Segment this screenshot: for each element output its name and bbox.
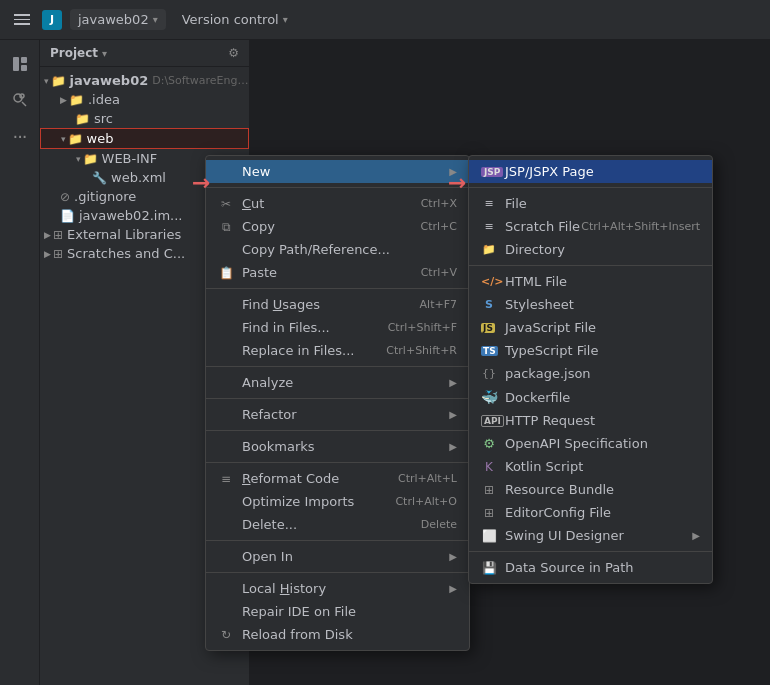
menu-label-delete: Delete...: [242, 517, 297, 532]
menu-item-open-in[interactable]: Open In ▶: [206, 545, 469, 568]
title-bar: J javaweb02 ▾ Version control ▾: [0, 0, 770, 40]
panel-header: Project ▾ ⚙: [40, 40, 249, 67]
tree-item-src[interactable]: ▶ 📁 src: [40, 109, 249, 128]
version-control-label: Version control: [182, 12, 279, 27]
sub-sep-3: [469, 551, 712, 552]
copy-icon: ⧉: [218, 220, 234, 234]
find-usages-shortcut: Alt+F7: [420, 298, 457, 311]
menu-item-new[interactable]: New ▶: [206, 160, 469, 183]
sub-menu-label-dockerfile: Dockerfile: [505, 390, 570, 405]
menu-label-repair-ide: Repair IDE on File: [242, 604, 356, 619]
icon-bar: ···: [0, 40, 40, 685]
sub-menu-item-file[interactable]: ≡ File: [469, 192, 712, 215]
sub-menu-item-html[interactable]: </> HTML File: [469, 270, 712, 293]
sub-menu-item-kotlin[interactable]: K Kotlin Script: [469, 455, 712, 478]
version-control-selector[interactable]: Version control ▾: [174, 9, 296, 30]
svg-rect-1: [21, 57, 27, 63]
sub-menu-item-package-json[interactable]: {} package.json: [469, 362, 712, 385]
scratch-icon: ≡: [481, 220, 497, 233]
menu-item-copy[interactable]: ⧉ Copy Ctrl+C: [206, 215, 469, 238]
sub-context-menu: JSP JSP/JSPX Page ≡ File ≡ Scratch File …: [468, 155, 713, 584]
sep-1: [206, 187, 469, 188]
sub-menu-label-package-json: package.json: [505, 366, 591, 381]
menu-label-paste: Paste: [242, 265, 277, 280]
menu-item-bookmarks[interactable]: Bookmarks ▶: [206, 435, 469, 458]
sub-menu-item-resource-bundle[interactable]: ⊞ Resource Bundle: [469, 478, 712, 501]
sub-menu-item-dockerfile[interactable]: 🐳 Dockerfile: [469, 385, 712, 409]
menu-label-find-usages: Find Usages: [242, 297, 320, 312]
sep-5: [206, 430, 469, 431]
dockerfile-icon: 🐳: [481, 389, 497, 405]
swing-icon: ⬜: [481, 529, 497, 543]
menu-item-refactor[interactable]: Refactor ▶: [206, 403, 469, 426]
sub-menu-item-openapi[interactable]: ⚙ OpenAPI Specification: [469, 432, 712, 455]
hamburger-menu[interactable]: [10, 10, 34, 29]
http-request-icon: API: [481, 414, 497, 427]
refactor-arrow: ▶: [449, 409, 457, 420]
sub-menu-label-swing: Swing UI Designer: [505, 528, 624, 543]
panel-title: Project: [50, 46, 98, 60]
menu-item-analyze[interactable]: Analyze ▶: [206, 371, 469, 394]
sub-menu-label-file: File: [505, 196, 527, 211]
delete-shortcut: Delete: [421, 518, 457, 531]
reformat-shortcut: Ctrl+Alt+L: [398, 472, 457, 485]
copy-shortcut: Ctrl+C: [421, 220, 457, 233]
project-name: javaweb02: [78, 12, 149, 27]
menu-item-delete[interactable]: Delete... Delete: [206, 513, 469, 536]
panel-gear-icon[interactable]: ⚙: [228, 46, 239, 60]
project-icon: J: [42, 10, 62, 30]
menu-label-replace-files: Replace in Files...: [242, 343, 354, 358]
datasource-icon: 💾: [481, 561, 497, 575]
sub-menu-item-directory[interactable]: 📁 Directory: [469, 238, 712, 261]
menu-item-find-usages[interactable]: Find Usages Alt+F7: [206, 293, 469, 316]
menu-item-paste[interactable]: 📋 Paste Ctrl+V: [206, 261, 469, 284]
menu-item-reformat[interactable]: ≡ Reformat Code Ctrl+Alt+L: [206, 467, 469, 490]
sub-menu-item-typescript[interactable]: TS TypeScript File: [469, 339, 712, 362]
sub-menu-label-scratch: Scratch File: [505, 219, 580, 234]
find-files-shortcut: Ctrl+Shift+F: [388, 321, 457, 334]
project-selector[interactable]: javaweb02 ▾: [70, 9, 166, 30]
sep-7: [206, 540, 469, 541]
analyze-arrow: ▶: [449, 377, 457, 388]
menu-item-reload[interactable]: ↻ Reload from Disk: [206, 623, 469, 646]
sub-menu-label-typescript: TypeScript File: [505, 343, 598, 358]
tree-item-web[interactable]: ▾ 📁 web: [40, 128, 249, 149]
sub-menu-item-stylesheet[interactable]: S Stylesheet: [469, 293, 712, 316]
sub-menu-item-scratch[interactable]: ≡ Scratch File Ctrl+Alt+Shift+Insert: [469, 215, 712, 238]
replace-files-shortcut: Ctrl+Shift+R: [386, 344, 457, 357]
menu-item-replace-files[interactable]: Replace in Files... Ctrl+Shift+R: [206, 339, 469, 362]
sub-menu-item-http-request[interactable]: API HTTP Request: [469, 409, 712, 432]
sub-menu-item-jsp[interactable]: JSP JSP/JSPX Page: [469, 160, 712, 183]
tree-item-idea[interactable]: ▶ 📁 .idea: [40, 90, 249, 109]
sub-menu-item-swing[interactable]: ⬜ Swing UI Designer ▶: [469, 524, 712, 547]
search-everywhere-toggle[interactable]: [4, 84, 36, 116]
menu-label-copy-path: Copy Path/Reference...: [242, 242, 390, 257]
menu-label-cut: Cut: [242, 196, 264, 211]
version-control-chevron: ▾: [283, 14, 288, 25]
project-chevron: ▾: [153, 14, 158, 25]
tree-label-idea: .idea: [88, 92, 120, 107]
menu-item-local-history[interactable]: Local History ▶: [206, 577, 469, 600]
sub-menu-item-editorconfig[interactable]: ⊞ EditorConfig File: [469, 501, 712, 524]
menu-item-cut[interactable]: ✂ Cut Ctrl+X: [206, 192, 469, 215]
project-panel-toggle[interactable]: [4, 48, 36, 80]
menu-item-copy-path[interactable]: Copy Path/Reference...: [206, 238, 469, 261]
menu-label-open-in: Open In: [242, 549, 293, 564]
sub-menu-label-http-request: HTTP Request: [505, 413, 595, 428]
sub-menu-item-datasource[interactable]: 💾 Data Source in Path: [469, 556, 712, 579]
menu-item-optimize[interactable]: Optimize Imports Ctrl+Alt+O: [206, 490, 469, 513]
directory-icon: 📁: [481, 243, 497, 256]
menu-item-find-files[interactable]: Find in Files... Ctrl+Shift+F: [206, 316, 469, 339]
more-tools-toggle[interactable]: ···: [4, 120, 36, 152]
sub-menu-item-javascript[interactable]: JS JavaScript File: [469, 316, 712, 339]
tree-item-javaweb02[interactable]: ▾ 📁 javaweb02 D:\SoftwareEngineering\jav…: [40, 71, 249, 90]
editorconfig-icon: ⊞: [481, 506, 497, 520]
file-new-icon: ≡: [481, 197, 497, 210]
sub-menu-label-resource-bundle: Resource Bundle: [505, 482, 614, 497]
tree-label-scratches: Scratches and C...: [67, 246, 185, 261]
tree-label-javaweb02im: javaweb02.im...: [79, 208, 182, 223]
menu-label-new: New: [242, 164, 270, 179]
context-menu: New ▶ ✂ Cut Ctrl+X ⧉ Copy Ctrl+C Copy Pa…: [205, 155, 470, 651]
menu-item-repair-ide[interactable]: Repair IDE on File: [206, 600, 469, 623]
tree-label-external-libs: External Libraries: [67, 227, 181, 242]
